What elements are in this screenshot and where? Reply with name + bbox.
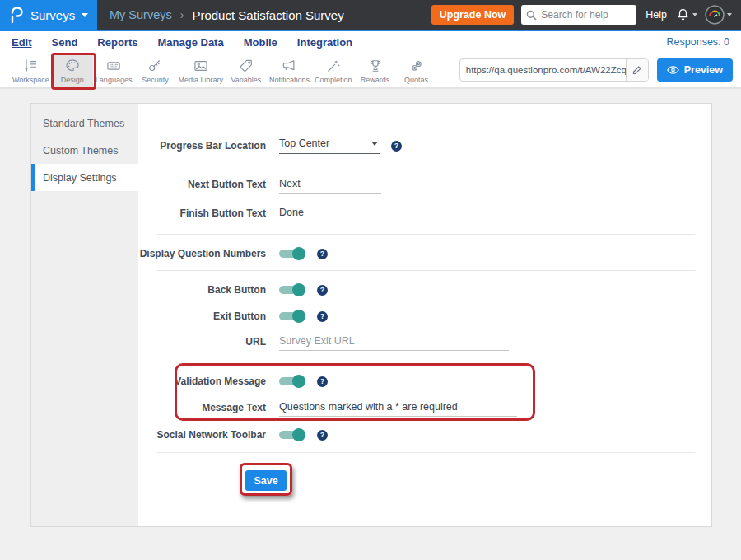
- app-window: Surveys My Surveys › Product Satisfactio…: [0, 0, 741, 560]
- megaphone-icon: [281, 57, 297, 75]
- toolbar-item-design[interactable]: Design: [52, 53, 93, 87]
- divider: [157, 234, 695, 235]
- toolbar-item-workspace[interactable]: Workspace: [10, 53, 52, 87]
- header-actions: Upgrade Now Help: [431, 5, 741, 25]
- security-icon: [147, 57, 163, 75]
- next-button-text-label: Next Button Text: [138, 179, 266, 190]
- variables-icon: [238, 57, 254, 75]
- design-icon: [64, 57, 81, 75]
- sidebar-item-standard-themes[interactable]: Standard Themes: [31, 110, 138, 137]
- exit-button-toggle[interactable]: [279, 310, 305, 323]
- pencil-icon: [632, 65, 642, 75]
- finish-button-text-label: Finish Button Text: [138, 208, 266, 219]
- message-text-label: Message Text: [138, 402, 266, 413]
- exit-button-row: Exit Button: [138, 304, 711, 329]
- message-text-input[interactable]: [279, 399, 517, 417]
- help-icon[interactable]: [317, 376, 328, 387]
- top-header: Surveys My Surveys › Product Satisfactio…: [0, 0, 741, 30]
- breadcrumb: My Surveys › Product Satisfaction Survey: [110, 8, 344, 22]
- brand-surveys-menu[interactable]: Surveys: [0, 0, 97, 30]
- message-text-row: Message Text: [138, 395, 711, 420]
- chain-link-icon: [408, 57, 425, 75]
- toolbar-item-completion[interactable]: Completion: [312, 53, 355, 87]
- help-icon[interactable]: [317, 430, 328, 441]
- next-button-text-row: Next Button Text: [138, 172, 711, 197]
- responses-count[interactable]: Responses: 0: [667, 36, 729, 48]
- toolbar-item-security[interactable]: Security: [134, 53, 175, 87]
- sidebar-item-display-settings[interactable]: Display Settings: [31, 164, 138, 191]
- exit-url-label: URL: [138, 336, 266, 348]
- exit-button-label: Exit Button: [138, 310, 266, 322]
- bell-icon: [676, 7, 690, 22]
- validation-message-row: Validation Message: [138, 369, 711, 394]
- toolbar-item-media-library[interactable]: Media Library: [175, 53, 226, 87]
- design-sidebar: Standard Themes Custom Themes Display Se…: [31, 104, 138, 526]
- help-link[interactable]: Help: [645, 9, 667, 21]
- toolbar-item-quotas[interactable]: Quotas: [396, 53, 437, 87]
- divider: [157, 362, 695, 362]
- exit-url-row: URL: [138, 329, 711, 354]
- validation-message-label: Validation Message: [138, 376, 266, 387]
- sidebar-item-custom-themes[interactable]: Custom Themes: [31, 137, 138, 164]
- surveys-menu-label: Surveys: [30, 8, 75, 22]
- finish-button-text-row: Finish Button Text: [138, 201, 711, 226]
- magic-wand-icon: [325, 57, 342, 75]
- help-icon[interactable]: [391, 141, 402, 152]
- toolbar-item-notifications[interactable]: Notifications: [267, 53, 312, 87]
- validation-message-toggle[interactable]: [279, 375, 305, 388]
- progress-bar-location-select[interactable]: Top Center: [279, 138, 380, 154]
- avatar: [705, 5, 725, 25]
- help-icon[interactable]: [317, 249, 328, 259]
- questionpro-logo-icon: [9, 6, 24, 24]
- chevron-down-icon: [82, 13, 88, 17]
- social-network-toolbar-row: Social Network Toolbar: [138, 422, 711, 447]
- back-button-toggle[interactable]: [279, 283, 305, 296]
- trophy-icon: [367, 57, 384, 75]
- finish-button-text-input[interactable]: [279, 205, 381, 222]
- nav-tab-send[interactable]: Send: [52, 36, 78, 49]
- upgrade-now-button[interactable]: Upgrade Now: [431, 5, 515, 25]
- back-button-label: Back Button: [138, 284, 266, 296]
- nav-tab-integration[interactable]: Integration: [297, 36, 352, 49]
- survey-url-field: https://qa.questionpro.com/t/AW22Zcq2J: [459, 58, 649, 82]
- search-input[interactable]: [541, 9, 631, 21]
- toolbar-item-languages[interactable]: Languages: [93, 53, 135, 87]
- display-settings-form: Progress Bar Location Top Center Next Bu…: [138, 104, 711, 526]
- workspace-icon: [22, 57, 39, 75]
- search-icon: [526, 10, 537, 21]
- help-icon[interactable]: [317, 311, 328, 322]
- exit-url-input[interactable]: [279, 334, 509, 351]
- divider: [157, 166, 695, 166]
- chevron-down-icon: [692, 13, 697, 16]
- languages-icon: [105, 57, 122, 75]
- toolbar-item-variables[interactable]: Variables: [226, 53, 267, 87]
- nav-tab-mobile[interactable]: Mobile: [244, 36, 277, 49]
- notifications-menu[interactable]: [676, 7, 697, 22]
- account-menu[interactable]: [705, 5, 732, 25]
- help-icon[interactable]: [317, 285, 328, 296]
- save-button[interactable]: Save: [245, 470, 287, 491]
- survey-url-text[interactable]: https://qa.questionpro.com/t/AW22Zcq2J: [460, 65, 626, 75]
- page-title: Product Satisfaction Survey: [192, 8, 343, 22]
- media-library-icon: [193, 57, 209, 75]
- chevron-down-icon: [727, 13, 732, 16]
- toolbar-item-rewards[interactable]: Rewards: [355, 53, 396, 87]
- help-search: [521, 5, 636, 25]
- design-settings-card: Standard Themes Custom Themes Display Se…: [30, 103, 712, 527]
- breadcrumb-my-surveys[interactable]: My Surveys: [110, 8, 172, 21]
- chevron-down-icon: [371, 142, 378, 146]
- nav-tab-manage-data[interactable]: Manage Data: [157, 36, 223, 49]
- nav-tab-reports[interactable]: Reports: [97, 36, 137, 49]
- progress-bar-location-label: Progress Bar Location: [138, 140, 266, 152]
- social-network-toolbar-toggle[interactable]: [279, 428, 305, 441]
- display-question-numbers-toggle[interactable]: [279, 247, 305, 260]
- display-question-numbers-label: Display Question Numbers: [138, 248, 266, 259]
- edit-url-button[interactable]: [626, 59, 648, 81]
- breadcrumb-separator: ›: [180, 8, 184, 21]
- preview-button[interactable]: Preview: [657, 58, 733, 82]
- divider: [157, 270, 695, 271]
- next-button-text-input[interactable]: [279, 176, 381, 194]
- social-network-toolbar-label: Social Network Toolbar: [138, 429, 266, 441]
- nav-tab-edit[interactable]: Edit: [12, 36, 32, 49]
- toolbar-right: https://qa.questionpro.com/t/AW22Zcq2J P…: [459, 53, 741, 87]
